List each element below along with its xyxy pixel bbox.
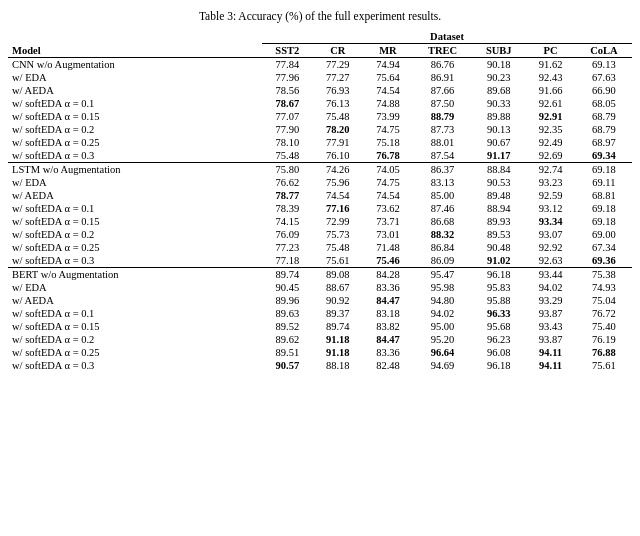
cell-value: 93.12 — [526, 202, 576, 215]
cell-value: 89.37 — [313, 307, 363, 320]
cell-value: 89.62 — [262, 333, 313, 346]
cell-value: 96.08 — [472, 346, 525, 359]
cell-value: 88.94 — [472, 202, 525, 215]
cell-value: 78.77 — [262, 189, 313, 202]
cell-value: 83.36 — [363, 346, 413, 359]
cell-value: 90.18 — [472, 58, 525, 72]
model-name: BERT w/o Augmentation — [8, 268, 262, 282]
model-name: w/ EDA — [8, 281, 262, 294]
cell-value: 75.80 — [262, 163, 313, 177]
cell-value: 75.46 — [363, 254, 413, 268]
cell-value: 93.87 — [526, 307, 576, 320]
cell-value: 88.18 — [313, 359, 363, 372]
model-name: w/ softEDA α = 0.1 — [8, 307, 262, 320]
cell-value: 74.54 — [363, 189, 413, 202]
cell-value: 90.33 — [472, 97, 525, 110]
table-caption: Table 3: Accuracy (%) of the full experi… — [8, 10, 632, 22]
cell-value: 95.20 — [413, 333, 472, 346]
cell-value: 77.84 — [262, 58, 313, 72]
model-header — [8, 30, 262, 44]
cell-value: 84.28 — [363, 268, 413, 282]
cell-value: 68.05 — [576, 97, 632, 110]
cell-value: 77.91 — [313, 136, 363, 149]
cell-value: 89.88 — [472, 110, 525, 123]
cell-value: 67.63 — [576, 71, 632, 84]
col-header-subj: SUBJ — [472, 44, 525, 58]
cell-value: 75.48 — [313, 241, 363, 254]
cell-value: 88.67 — [313, 281, 363, 294]
cell-value: 82.48 — [363, 359, 413, 372]
cell-value: 69.00 — [576, 228, 632, 241]
cell-value: 78.56 — [262, 84, 313, 97]
cell-value: 68.79 — [576, 110, 632, 123]
cell-value: 93.23 — [526, 176, 576, 189]
model-name: w/ softEDA α = 0.15 — [8, 215, 262, 228]
cell-value: 83.18 — [363, 307, 413, 320]
cell-value: 92.63 — [526, 254, 576, 268]
cell-value: 95.88 — [472, 294, 525, 307]
cell-value: 93.44 — [526, 268, 576, 282]
cell-value: 77.23 — [262, 241, 313, 254]
cell-value: 77.27 — [313, 71, 363, 84]
cell-value: 90.23 — [472, 71, 525, 84]
cell-value: 75.61 — [313, 254, 363, 268]
cell-value: 89.63 — [262, 307, 313, 320]
col-header-trec: TREC — [413, 44, 472, 58]
model-col-header: Model — [8, 44, 262, 58]
cell-value: 89.68 — [472, 84, 525, 97]
cell-value: 87.73 — [413, 123, 472, 136]
model-name: w/ softEDA α = 0.2 — [8, 123, 262, 136]
cell-value: 76.72 — [576, 307, 632, 320]
cell-value: 75.73 — [313, 228, 363, 241]
col-header-mr: MR — [363, 44, 413, 58]
cell-value: 83.36 — [363, 281, 413, 294]
cell-value: 96.18 — [472, 268, 525, 282]
col-header-cr: CR — [313, 44, 363, 58]
cell-value: 74.88 — [363, 97, 413, 110]
cell-value: 88.32 — [413, 228, 472, 241]
cell-value: 90.48 — [472, 241, 525, 254]
col-header-pc: PC — [526, 44, 576, 58]
cell-value: 69.11 — [576, 176, 632, 189]
cell-value: 69.36 — [576, 254, 632, 268]
cell-value: 74.54 — [363, 84, 413, 97]
cell-value: 77.96 — [262, 71, 313, 84]
cell-value: 91.17 — [472, 149, 525, 163]
cell-value: 89.51 — [262, 346, 313, 359]
cell-value: 71.48 — [363, 241, 413, 254]
cell-value: 76.13 — [313, 97, 363, 110]
cell-value: 89.48 — [472, 189, 525, 202]
cell-value: 68.97 — [576, 136, 632, 149]
cell-value: 91.18 — [313, 346, 363, 359]
cell-value: 84.47 — [363, 294, 413, 307]
cell-value: 93.07 — [526, 228, 576, 241]
dataset-header: Dataset — [262, 30, 632, 44]
cell-value: 68.79 — [576, 123, 632, 136]
cell-value: 92.61 — [526, 97, 576, 110]
cell-value: 91.66 — [526, 84, 576, 97]
cell-value: 86.68 — [413, 215, 472, 228]
cell-value: 73.71 — [363, 215, 413, 228]
cell-value: 95.83 — [472, 281, 525, 294]
cell-value: 86.37 — [413, 163, 472, 177]
cell-value: 89.96 — [262, 294, 313, 307]
cell-value: 76.10 — [313, 149, 363, 163]
model-name: w/ softEDA α = 0.1 — [8, 97, 262, 110]
cell-value: 87.46 — [413, 202, 472, 215]
cell-value: 95.00 — [413, 320, 472, 333]
cell-value: 67.34 — [576, 241, 632, 254]
cell-value: 94.80 — [413, 294, 472, 307]
cell-value: 84.47 — [363, 333, 413, 346]
col-header-sst2: SST2 — [262, 44, 313, 58]
cell-value: 93.34 — [526, 215, 576, 228]
cell-value: 78.10 — [262, 136, 313, 149]
cell-value: 72.99 — [313, 215, 363, 228]
cell-value: 75.04 — [576, 294, 632, 307]
cell-value: 69.18 — [576, 163, 632, 177]
cell-value: 88.79 — [413, 110, 472, 123]
cell-value: 86.84 — [413, 241, 472, 254]
cell-value: 85.00 — [413, 189, 472, 202]
cell-value: 69.34 — [576, 149, 632, 163]
model-name: w/ softEDA α = 0.1 — [8, 202, 262, 215]
cell-value: 89.52 — [262, 320, 313, 333]
